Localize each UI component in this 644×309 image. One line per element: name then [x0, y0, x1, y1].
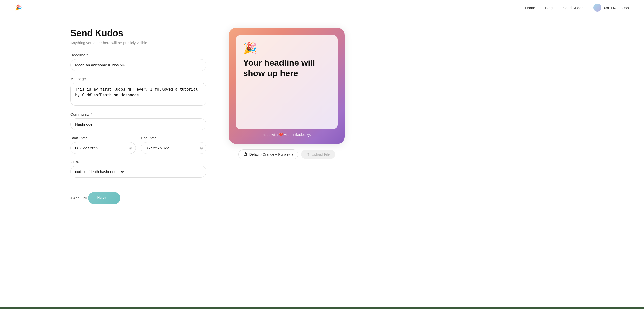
headline-input[interactable] [70, 59, 206, 71]
headline-label: Headline * [70, 53, 206, 57]
community-input[interactable] [70, 118, 206, 130]
message-field-group: Message This is my first Kudos NFT ever,… [70, 77, 206, 107]
kudos-emoji: 🎉 [243, 43, 257, 54]
nav-send-kudos[interactable]: Send Kudos [563, 6, 583, 10]
start-date-label: Start Date [70, 136, 136, 140]
start-date-group: Start Date ⊗ [70, 136, 136, 154]
nav-home[interactable]: Home [525, 6, 535, 10]
card-controls: 🖼 Default (Orange + Purple) ▾ ⬆ Upload F… [238, 149, 335, 159]
end-date-clear-icon[interactable]: ⊗ [199, 146, 203, 150]
message-label: Message [70, 77, 206, 81]
kudos-card-inner: 🎉 Your headline will show up here [236, 35, 338, 129]
preview-panel: 🎉 Your headline will show up here made w… [226, 28, 347, 204]
end-date-group: End Date ⊗ [141, 136, 206, 154]
start-date-wrapper: ⊗ [70, 142, 136, 154]
community-label: Community * [70, 112, 206, 116]
wallet-address: 0xE14C...398a [604, 6, 629, 10]
start-date-input[interactable] [70, 142, 136, 154]
links-field-group: Links [70, 159, 206, 178]
message-input[interactable]: This is my first Kudos NFT ever, I follo… [70, 83, 206, 106]
links-label: Links [70, 159, 206, 164]
end-date-wrapper: ⊗ [141, 142, 206, 154]
theme-selector[interactable]: 🖼 Default (Orange + Purple) ▾ [238, 149, 298, 159]
form-panel: Send Kudos Anything you enter here will … [70, 28, 206, 204]
end-date-input[interactable] [141, 142, 206, 154]
kudos-headline-preview: Your headline will show up here [243, 58, 331, 78]
date-row: Start Date ⊗ End Date ⊗ [70, 136, 206, 154]
bottom-bar [0, 307, 644, 309]
page-title: Send Kudos [70, 28, 206, 39]
theme-icon: 🖼 [243, 152, 247, 157]
end-date-label: End Date [141, 136, 206, 140]
kudos-footer: made with ❤️ via mintkudos.xyz [236, 129, 338, 137]
nav-links: Home Blog Send Kudos 0xE14C...398a [525, 4, 629, 12]
start-date-clear-icon[interactable]: ⊗ [129, 146, 132, 150]
links-input[interactable] [70, 166, 206, 178]
headline-field-group: Headline * [70, 53, 206, 71]
kudos-card: 🎉 Your headline will show up here made w… [229, 28, 345, 144]
chevron-down-icon: ▾ [292, 152, 293, 156]
theme-label: Default (Orange + Purple) [249, 152, 290, 156]
upload-button[interactable]: ⬆ Upload File [301, 150, 335, 159]
navbar: 🎉 Home Blog Send Kudos 0xE14C...398a [0, 0, 644, 15]
wallet-avatar [593, 4, 601, 12]
add-link-button[interactable]: + Add Link [70, 196, 87, 200]
community-field-group: Community * [70, 112, 206, 130]
logo-emoji: 🎉 [15, 4, 22, 11]
nav-blog[interactable]: Blog [545, 6, 553, 10]
next-button[interactable]: Next → [88, 192, 120, 204]
logo[interactable]: 🎉 [15, 4, 22, 11]
main-container: Send Kudos Anything you enter here will … [0, 15, 644, 219]
upload-icon: ⬆ [307, 152, 310, 156]
wallet-display[interactable]: 0xE14C...398a [593, 4, 629, 12]
upload-label: Upload File [312, 152, 330, 156]
page-subtitle: Anything you enter here will be publicly… [70, 41, 206, 45]
